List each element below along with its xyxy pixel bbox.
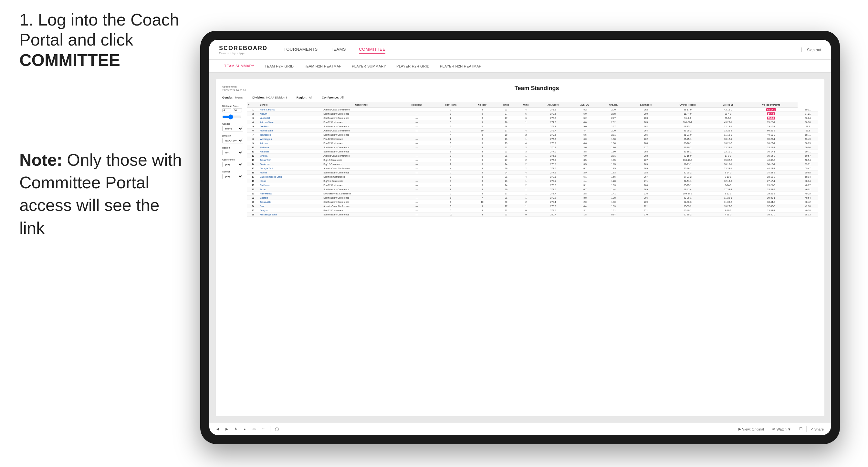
rank-cell: 1 xyxy=(247,107,259,112)
data-cell: 265 xyxy=(628,120,663,124)
data-cell: 15-32-2 xyxy=(712,158,745,162)
data-cell: 30-15-1 xyxy=(712,162,745,166)
vs-top50-cell: 29-15-1 xyxy=(745,124,798,128)
data-cell: 2 xyxy=(516,133,536,137)
data-cell: 4 xyxy=(516,107,536,112)
toolbar-back[interactable]: ◀ xyxy=(215,426,221,432)
data-cell: 262 xyxy=(628,124,663,128)
min-rounds-label: Minimum Rou... xyxy=(222,105,243,107)
toolbar-expand[interactable]: ❐ xyxy=(797,426,804,432)
data-cell: 8 xyxy=(468,179,496,183)
gender-select[interactable]: Men's xyxy=(222,126,243,131)
vs-top50-cell: 40-19-0 xyxy=(745,133,798,137)
data-cell: 274.8 xyxy=(536,124,570,128)
data-cell: 274.2 xyxy=(536,120,570,124)
toolbar-sep3 xyxy=(795,426,795,432)
sign-out-button[interactable]: Sign out xyxy=(807,48,821,52)
nav-teams[interactable]: TEAMS xyxy=(331,45,346,54)
standings-table: # School Conference Reg Rank Conf Rank N… xyxy=(247,102,818,217)
data-cell: 4 xyxy=(433,166,468,170)
vs-top50-cell: 79-25-1 xyxy=(745,120,798,124)
data-cell: 10-23-0 xyxy=(712,204,745,208)
data-cell: 278.7 xyxy=(536,191,570,196)
data-cell: 278.1 xyxy=(536,175,570,179)
toolbar-bookmark[interactable]: ▭ xyxy=(250,426,257,432)
data-cell: 4 xyxy=(433,133,468,137)
conference-cell: Southeastern Conference xyxy=(322,124,400,128)
division-select[interactable]: NCAA Division I xyxy=(222,138,243,144)
col-avg-rd: Avg. Rd. xyxy=(599,102,628,107)
toolbar-share[interactable]: ▴ xyxy=(242,426,248,432)
sub-nav-team-h2h-grid[interactable]: TEAM H2H GRID xyxy=(259,60,299,72)
conference-cell: Mountain West Conference xyxy=(322,191,400,196)
data-cell: -3.1 xyxy=(570,208,599,213)
toolbar-forward[interactable]: ▶ xyxy=(223,426,230,432)
update-time-block: Update time: 27/03/2024 16:56:26 xyxy=(222,85,246,92)
data-cell: 60.94 xyxy=(798,145,818,150)
data-cell: — xyxy=(400,158,433,162)
min-rounds-input1[interactable] xyxy=(222,108,231,113)
table-row: 26Mississippi StateSoutheastern Conferen… xyxy=(247,213,818,217)
data-cell: 23 xyxy=(496,137,516,141)
data-cell: -4.0 xyxy=(570,120,599,124)
data-cell: 1 xyxy=(516,120,536,124)
standings-title: Team Standings xyxy=(255,85,818,92)
note-section: Note: Only those with Committee Portal a… xyxy=(20,149,187,239)
col-rank: # xyxy=(247,102,259,107)
sub-nav-player-h2h-grid[interactable]: PLAYER H2H GRID xyxy=(391,60,435,72)
rank-cell: 15 xyxy=(247,166,259,170)
data-cell: -5.5 xyxy=(570,133,599,137)
toolbar-more[interactable]: ⋯ xyxy=(260,426,268,432)
data-cell: 9 xyxy=(468,107,496,112)
update-time-section: Update time: 27/03/2024 16:56:26 Team St… xyxy=(222,85,818,92)
main-content: Update time: 27/03/2024 16:56:26 Team St… xyxy=(209,73,831,423)
toolbar-clock[interactable]: ◯ xyxy=(273,426,281,432)
data-cell: 270 xyxy=(628,213,663,217)
conference-select[interactable]: (All) xyxy=(222,162,243,167)
tablet-screen: SCOREBOARD Powered by clippd TOURNAMENTS… xyxy=(209,40,831,435)
data-cell: 269 xyxy=(628,187,663,191)
data-cell: 2 xyxy=(516,200,536,204)
sub-nav-team-h2h-heatmap[interactable]: TEAM H2H HEATMAP xyxy=(299,60,347,72)
school-select[interactable]: (All) xyxy=(222,174,243,179)
data-cell: 1.39 xyxy=(599,204,628,208)
nav-tournaments[interactable]: TOURNAMENTS xyxy=(284,45,318,54)
data-cell: 268 xyxy=(628,150,663,154)
data-cell: 2 xyxy=(516,166,536,170)
data-cell: 8 xyxy=(468,208,496,213)
data-cell: 1.41 xyxy=(599,191,628,196)
data-cell: — xyxy=(400,200,433,204)
region-select[interactable]: N/A xyxy=(222,150,243,155)
school-cell: Oklahoma xyxy=(259,162,323,166)
min-rounds-input2[interactable] xyxy=(233,108,242,113)
nav-committee[interactable]: COMMITTEE xyxy=(359,45,386,54)
col-overall-record: Overall Record xyxy=(663,102,711,107)
data-cell: 61-21-0 xyxy=(663,133,711,137)
toolbar-view-original[interactable]: ▶ View: Original xyxy=(737,426,766,432)
data-cell: 9-14-0 xyxy=(712,183,745,187)
data-cell: 42.98 xyxy=(798,204,818,208)
conference-cell: Southeastern Conference xyxy=(322,213,400,217)
table-row: 24DukeAtlantic Coast Conference—59271278… xyxy=(247,204,818,208)
table-row: 22GeorgiaSoutheastern Conference—8721127… xyxy=(247,196,818,200)
sub-nav-player-h2h-heatmap[interactable]: PLAYER H2H HEATMAP xyxy=(435,60,487,72)
table-row: 13Texas TechBig 12 Conference—19272276.9… xyxy=(247,158,818,162)
note-bold: Note: xyxy=(20,151,62,169)
table-row: 2AuburnSoutheastern Conference—19276273.… xyxy=(247,112,818,116)
data-cell: 48.34 xyxy=(798,179,818,183)
school-cell: Texas Tech xyxy=(259,158,323,162)
toolbar-share-button[interactable]: ⤢ Share xyxy=(809,426,826,432)
data-cell: 38-6-0 xyxy=(712,116,745,120)
sub-nav-player-summary[interactable]: PLAYER SUMMARY xyxy=(347,60,391,72)
data-cell: 109-24-2 xyxy=(663,191,711,196)
data-cell: 275.7 xyxy=(536,128,570,133)
toolbar-refresh[interactable]: ↻ xyxy=(232,426,239,432)
data-cell: -3.5 xyxy=(570,162,599,166)
data-cell: 273.8 xyxy=(536,116,570,120)
data-cell: 72-30-1 xyxy=(663,145,711,150)
division-control-label: Division xyxy=(222,135,243,137)
toolbar-watch-button[interactable]: 👁 Watch ▼ xyxy=(770,426,793,432)
min-rounds-slider[interactable] xyxy=(222,114,242,120)
data-cell: 278.6 xyxy=(536,166,570,170)
sub-nav-team-summary[interactable]: TEAM SUMMARY xyxy=(219,60,259,72)
